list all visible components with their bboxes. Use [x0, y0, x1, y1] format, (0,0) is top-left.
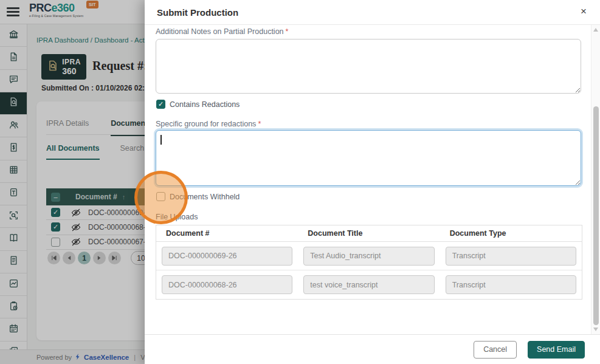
upload-doc-type-input: [446, 275, 576, 294]
scrollbar-thumb[interactable]: [593, 106, 599, 325]
upload-row: [156, 270, 582, 299]
scroll-down-icon[interactable]: [593, 328, 598, 331]
notes-textarea[interactable]: [156, 39, 581, 94]
notes-label: Additional Notes on Partial Production*: [156, 27, 288, 36]
submit-production-modal: Submit Production × Additional Notes on …: [145, 0, 600, 364]
click-indicator: [134, 171, 188, 224]
modal-title: Submit Production: [157, 7, 238, 18]
cancel-button[interactable]: Cancel: [474, 341, 517, 359]
upload-doc-number-input: [162, 275, 292, 294]
modal-footer: Cancel Send Email: [145, 334, 600, 364]
modal-scrollbar: [591, 25, 600, 334]
required-marker: *: [258, 120, 261, 128]
screen: PRCe360 e-Filing & Case Management Syste…: [0, 0, 600, 364]
ground-label: Specific ground for redactions*: [156, 120, 261, 128]
uploads-col-document-number: Document #: [156, 225, 298, 241]
close-icon[interactable]: ×: [581, 6, 587, 16]
contains-redactions-checkbox[interactable]: ✓: [156, 100, 165, 109]
upload-doc-type-input: [446, 247, 576, 266]
file-uploads-table-header: Document # Document Title Document Type: [156, 225, 582, 242]
upload-row: [156, 242, 582, 270]
contains-redactions-label: Contains Redactions: [170, 100, 240, 109]
text-cursor: [160, 135, 162, 145]
scroll-up-icon[interactable]: [593, 28, 598, 32]
ground-textarea[interactable]: [156, 130, 581, 186]
modal-header: Submit Production ×: [145, 0, 600, 25]
uploads-col-document-title: Document Title: [298, 225, 440, 241]
send-email-button[interactable]: Send Email: [528, 341, 585, 359]
file-uploads-table: Document # Document Title Document Type: [156, 225, 582, 300]
contains-redactions-row: ✓ Contains Redactions: [156, 100, 240, 109]
required-marker: *: [286, 27, 289, 36]
upload-doc-title-input: [303, 275, 434, 294]
uploads-col-document-type: Document Type: [440, 225, 582, 241]
upload-doc-number-input: [162, 247, 292, 266]
upload-doc-title-input: [303, 247, 434, 266]
